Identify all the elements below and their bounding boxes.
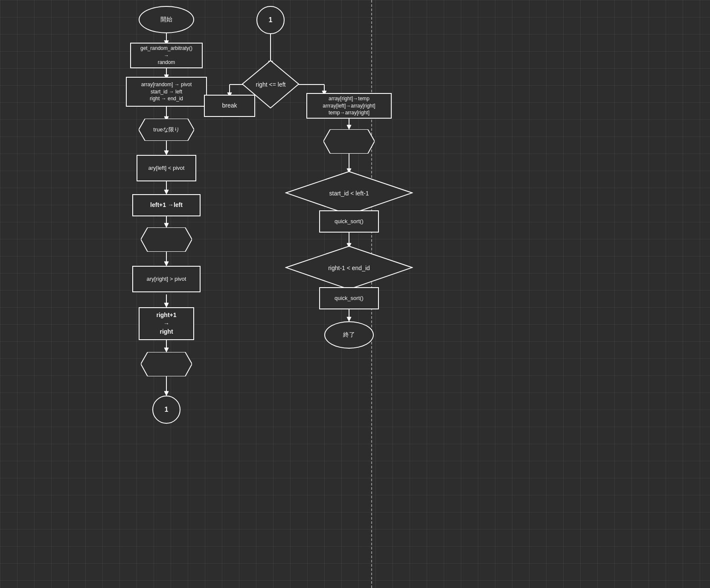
svg-marker-15 bbox=[164, 303, 169, 307]
while-true-box: trueな限り bbox=[139, 119, 194, 141]
diamond-right-end: right-1 < end_id bbox=[285, 245, 413, 290]
hex3-shape bbox=[323, 129, 375, 154]
flowchart-canvas: 開始 get_random_arbitraty()→random array[r… bbox=[0, 0, 710, 588]
diamond-start-left1: start_id < left-1 bbox=[285, 171, 413, 215]
svg-marker-13 bbox=[164, 262, 169, 266]
svg-marker-39 bbox=[347, 317, 351, 321]
cond-ary-right-rect: ary[right] > pivot bbox=[132, 266, 201, 292]
connector1-bottom: 1 bbox=[152, 396, 180, 424]
svg-marker-9 bbox=[164, 190, 169, 194]
swap-rect: array[right]→temparrray[left]→array[righ… bbox=[306, 93, 392, 119]
svg-marker-17 bbox=[164, 348, 169, 352]
left-plus1-rect: left+1 →left bbox=[132, 194, 201, 216]
right-plus1-rect: right+1→right bbox=[139, 307, 194, 340]
svg-marker-29 bbox=[347, 125, 351, 129]
svg-marker-19 bbox=[164, 391, 169, 396]
hex2-shape bbox=[141, 352, 192, 376]
start-oval: 開始 bbox=[139, 6, 194, 33]
get-random-rect: get_random_arbitraty()→random bbox=[130, 43, 203, 68]
svg-marker-11 bbox=[164, 223, 169, 227]
quick-sort1-rect: quick_sort() bbox=[319, 210, 379, 233]
svg-marker-7 bbox=[164, 151, 169, 155]
assign-pivot-rect: array[random] → pivotstart_id → leftrigh… bbox=[126, 77, 207, 107]
svg-marker-42 bbox=[141, 352, 192, 376]
quick-sort2-rect: quick_sort() bbox=[319, 287, 379, 309]
connector1-top: 1 bbox=[256, 6, 285, 34]
svg-marker-41 bbox=[141, 227, 192, 252]
cond-ary-left-rect: ary[left] < pivot bbox=[137, 155, 196, 181]
break-rect: break bbox=[204, 95, 255, 117]
end-oval: 終了 bbox=[324, 321, 374, 349]
svg-marker-44 bbox=[323, 129, 375, 154]
hex1-shape bbox=[141, 227, 192, 252]
